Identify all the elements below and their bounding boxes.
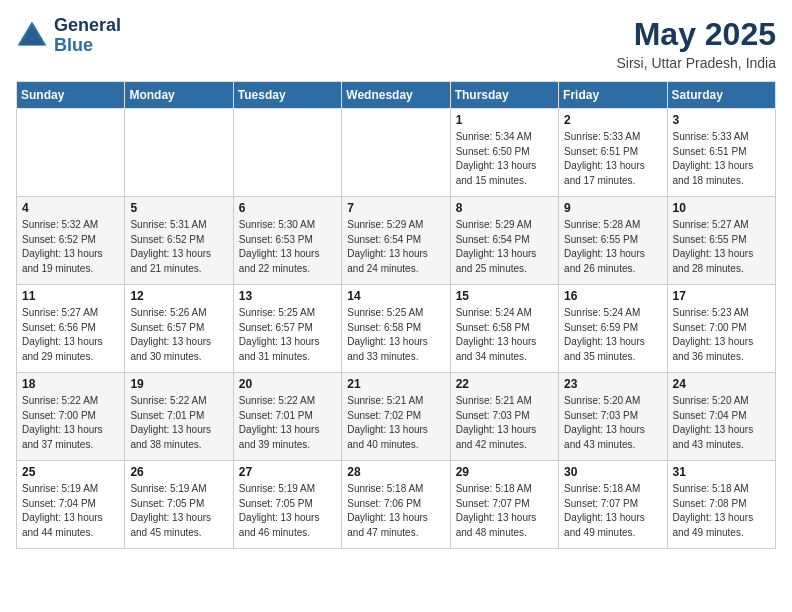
- day-info: Sunrise: 5:29 AMSunset: 6:54 PMDaylight:…: [347, 218, 444, 276]
- calendar-cell: 11Sunrise: 5:27 AMSunset: 6:56 PMDayligh…: [17, 285, 125, 373]
- day-number: 9: [564, 201, 661, 215]
- day-info: Sunrise: 5:32 AMSunset: 6:52 PMDaylight:…: [22, 218, 119, 276]
- calendar-cell: 10Sunrise: 5:27 AMSunset: 6:55 PMDayligh…: [667, 197, 775, 285]
- day-number: 22: [456, 377, 553, 391]
- day-info: Sunrise: 5:25 AMSunset: 6:57 PMDaylight:…: [239, 306, 336, 364]
- day-number: 16: [564, 289, 661, 303]
- day-info: Sunrise: 5:27 AMSunset: 6:55 PMDaylight:…: [673, 218, 770, 276]
- day-number: 1: [456, 113, 553, 127]
- calendar-header-tuesday: Tuesday: [233, 82, 341, 109]
- day-info: Sunrise: 5:19 AMSunset: 7:05 PMDaylight:…: [239, 482, 336, 540]
- day-number: 31: [673, 465, 770, 479]
- calendar-cell: 12Sunrise: 5:26 AMSunset: 6:57 PMDayligh…: [125, 285, 233, 373]
- day-number: 2: [564, 113, 661, 127]
- day-info: Sunrise: 5:22 AMSunset: 7:01 PMDaylight:…: [130, 394, 227, 452]
- calendar-cell: 27Sunrise: 5:19 AMSunset: 7:05 PMDayligh…: [233, 461, 341, 549]
- calendar-header-monday: Monday: [125, 82, 233, 109]
- calendar-cell: 18Sunrise: 5:22 AMSunset: 7:00 PMDayligh…: [17, 373, 125, 461]
- calendar-week-5: 25Sunrise: 5:19 AMSunset: 7:04 PMDayligh…: [17, 461, 776, 549]
- logo-text: General Blue: [54, 16, 121, 56]
- day-number: 25: [22, 465, 119, 479]
- calendar-cell: 21Sunrise: 5:21 AMSunset: 7:02 PMDayligh…: [342, 373, 450, 461]
- day-info: Sunrise: 5:27 AMSunset: 6:56 PMDaylight:…: [22, 306, 119, 364]
- calendar-body: 1Sunrise: 5:34 AMSunset: 6:50 PMDaylight…: [17, 109, 776, 549]
- subtitle: Sirsi, Uttar Pradesh, India: [616, 55, 776, 71]
- calendar-header-row: SundayMondayTuesdayWednesdayThursdayFrid…: [17, 82, 776, 109]
- calendar-cell: 3Sunrise: 5:33 AMSunset: 6:51 PMDaylight…: [667, 109, 775, 197]
- day-number: 27: [239, 465, 336, 479]
- main-title: May 2025: [616, 16, 776, 53]
- day-number: 28: [347, 465, 444, 479]
- day-info: Sunrise: 5:25 AMSunset: 6:58 PMDaylight:…: [347, 306, 444, 364]
- day-info: Sunrise: 5:29 AMSunset: 6:54 PMDaylight:…: [456, 218, 553, 276]
- calendar-cell: 22Sunrise: 5:21 AMSunset: 7:03 PMDayligh…: [450, 373, 558, 461]
- day-number: 8: [456, 201, 553, 215]
- calendar-cell: 29Sunrise: 5:18 AMSunset: 7:07 PMDayligh…: [450, 461, 558, 549]
- day-info: Sunrise: 5:20 AMSunset: 7:03 PMDaylight:…: [564, 394, 661, 452]
- day-info: Sunrise: 5:20 AMSunset: 7:04 PMDaylight:…: [673, 394, 770, 452]
- day-number: 21: [347, 377, 444, 391]
- day-info: Sunrise: 5:22 AMSunset: 7:01 PMDaylight:…: [239, 394, 336, 452]
- day-number: 20: [239, 377, 336, 391]
- calendar: SundayMondayTuesdayWednesdayThursdayFrid…: [16, 81, 776, 549]
- day-number: 14: [347, 289, 444, 303]
- logo-icon: [16, 20, 48, 52]
- day-number: 12: [130, 289, 227, 303]
- calendar-cell: 7Sunrise: 5:29 AMSunset: 6:54 PMDaylight…: [342, 197, 450, 285]
- day-info: Sunrise: 5:18 AMSunset: 7:07 PMDaylight:…: [456, 482, 553, 540]
- logo: General Blue: [16, 16, 121, 56]
- day-number: 6: [239, 201, 336, 215]
- day-number: 29: [456, 465, 553, 479]
- calendar-header-saturday: Saturday: [667, 82, 775, 109]
- day-info: Sunrise: 5:21 AMSunset: 7:02 PMDaylight:…: [347, 394, 444, 452]
- day-number: 10: [673, 201, 770, 215]
- calendar-cell: [233, 109, 341, 197]
- calendar-cell: 6Sunrise: 5:30 AMSunset: 6:53 PMDaylight…: [233, 197, 341, 285]
- day-number: 23: [564, 377, 661, 391]
- calendar-cell: 23Sunrise: 5:20 AMSunset: 7:03 PMDayligh…: [559, 373, 667, 461]
- day-info: Sunrise: 5:30 AMSunset: 6:53 PMDaylight:…: [239, 218, 336, 276]
- calendar-week-3: 11Sunrise: 5:27 AMSunset: 6:56 PMDayligh…: [17, 285, 776, 373]
- day-info: Sunrise: 5:24 AMSunset: 6:59 PMDaylight:…: [564, 306, 661, 364]
- day-info: Sunrise: 5:18 AMSunset: 7:07 PMDaylight:…: [564, 482, 661, 540]
- calendar-cell: 13Sunrise: 5:25 AMSunset: 6:57 PMDayligh…: [233, 285, 341, 373]
- day-info: Sunrise: 5:21 AMSunset: 7:03 PMDaylight:…: [456, 394, 553, 452]
- calendar-cell: 5Sunrise: 5:31 AMSunset: 6:52 PMDaylight…: [125, 197, 233, 285]
- calendar-cell: 28Sunrise: 5:18 AMSunset: 7:06 PMDayligh…: [342, 461, 450, 549]
- calendar-cell: 19Sunrise: 5:22 AMSunset: 7:01 PMDayligh…: [125, 373, 233, 461]
- day-info: Sunrise: 5:22 AMSunset: 7:00 PMDaylight:…: [22, 394, 119, 452]
- day-number: 3: [673, 113, 770, 127]
- calendar-cell: 17Sunrise: 5:23 AMSunset: 7:00 PMDayligh…: [667, 285, 775, 373]
- calendar-week-1: 1Sunrise: 5:34 AMSunset: 6:50 PMDaylight…: [17, 109, 776, 197]
- day-info: Sunrise: 5:34 AMSunset: 6:50 PMDaylight:…: [456, 130, 553, 188]
- calendar-header-sunday: Sunday: [17, 82, 125, 109]
- calendar-cell: 20Sunrise: 5:22 AMSunset: 7:01 PMDayligh…: [233, 373, 341, 461]
- day-info: Sunrise: 5:24 AMSunset: 6:58 PMDaylight:…: [456, 306, 553, 364]
- calendar-header-thursday: Thursday: [450, 82, 558, 109]
- day-info: Sunrise: 5:18 AMSunset: 7:08 PMDaylight:…: [673, 482, 770, 540]
- day-number: 13: [239, 289, 336, 303]
- day-number: 19: [130, 377, 227, 391]
- calendar-cell: 26Sunrise: 5:19 AMSunset: 7:05 PMDayligh…: [125, 461, 233, 549]
- day-number: 24: [673, 377, 770, 391]
- calendar-week-2: 4Sunrise: 5:32 AMSunset: 6:52 PMDaylight…: [17, 197, 776, 285]
- calendar-cell: 31Sunrise: 5:18 AMSunset: 7:08 PMDayligh…: [667, 461, 775, 549]
- calendar-week-4: 18Sunrise: 5:22 AMSunset: 7:00 PMDayligh…: [17, 373, 776, 461]
- day-number: 30: [564, 465, 661, 479]
- day-number: 5: [130, 201, 227, 215]
- day-number: 17: [673, 289, 770, 303]
- calendar-cell: 1Sunrise: 5:34 AMSunset: 6:50 PMDaylight…: [450, 109, 558, 197]
- day-number: 15: [456, 289, 553, 303]
- calendar-cell: 8Sunrise: 5:29 AMSunset: 6:54 PMDaylight…: [450, 197, 558, 285]
- calendar-cell: 9Sunrise: 5:28 AMSunset: 6:55 PMDaylight…: [559, 197, 667, 285]
- day-number: 26: [130, 465, 227, 479]
- calendar-cell: 24Sunrise: 5:20 AMSunset: 7:04 PMDayligh…: [667, 373, 775, 461]
- calendar-cell: 30Sunrise: 5:18 AMSunset: 7:07 PMDayligh…: [559, 461, 667, 549]
- day-number: 7: [347, 201, 444, 215]
- header: General Blue May 2025 Sirsi, Uttar Prade…: [16, 16, 776, 71]
- day-number: 11: [22, 289, 119, 303]
- day-number: 18: [22, 377, 119, 391]
- calendar-cell: 2Sunrise: 5:33 AMSunset: 6:51 PMDaylight…: [559, 109, 667, 197]
- title-area: May 2025 Sirsi, Uttar Pradesh, India: [616, 16, 776, 71]
- calendar-cell: 4Sunrise: 5:32 AMSunset: 6:52 PMDaylight…: [17, 197, 125, 285]
